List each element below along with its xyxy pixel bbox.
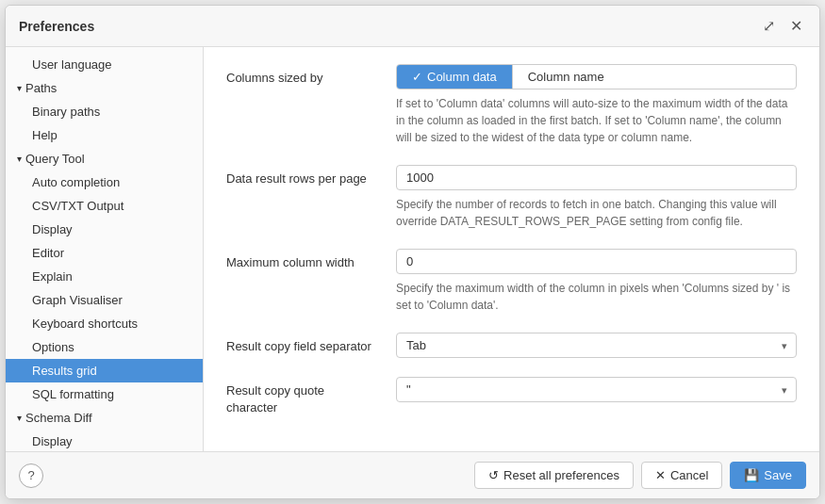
sidebar-item-csv-txt-output[interactable]: CSV/TXT Output — [6, 194, 203, 218]
sidebar-item-binary-paths[interactable]: Binary paths — [6, 100, 203, 123]
close-button[interactable]: ✕ — [786, 15, 806, 37]
column-data-button[interactable]: ✓ Column data — [397, 65, 513, 89]
sidebar-group-schema-diff[interactable]: ▾Schema Diff — [6, 406, 203, 430]
sidebar-item-display[interactable]: Display — [6, 218, 203, 241]
dialog-header: Preferences ⤢ ✕ — [6, 6, 819, 47]
check-icon: ✓ — [412, 70, 422, 84]
sidebar-item-auto-completion[interactable]: Auto completion — [6, 171, 203, 194]
chevron-down-icon: ▾ — [17, 413, 22, 423]
dialog-footer: ? ↺ Reset all preferences ✕ Cancel 💾 Sav… — [6, 451, 819, 498]
sidebar-item-graph-visualiser[interactable]: Graph Visualiser — [6, 288, 203, 312]
reset-button[interactable]: ↺ Reset all preferences — [474, 462, 634, 489]
columns-sized-by-row: Columns sized by ✓ Column data Column na… — [226, 64, 797, 146]
sidebar-group-query-tool[interactable]: ▾Query Tool — [6, 147, 203, 171]
sidebar-group-label: Query Tool — [25, 152, 85, 166]
data-result-rows-description: Specify the number of records to fetch i… — [396, 196, 797, 230]
help-button[interactable]: ? — [19, 463, 43, 488]
max-column-width-label: Maximum column width — [226, 249, 377, 271]
sidebar: User language▾PathsBinary pathsHelp▾Quer… — [6, 47, 204, 451]
chevron-down-icon: ▾ — [17, 154, 22, 164]
data-result-rows-label: Data result rows per page — [226, 165, 377, 187]
main-content: Columns sized by ✓ Column data Column na… — [204, 47, 819, 451]
preferences-dialog: Preferences ⤢ ✕ User language▾PathsBinar… — [5, 5, 820, 499]
cancel-label: Cancel — [670, 468, 708, 482]
save-icon: 💾 — [744, 468, 759, 482]
result-copy-quote-char-wrapper: " ' ` ▾ — [396, 377, 797, 402]
footer-left: ? — [19, 463, 43, 488]
result-copy-field-separator-row: Result copy field separator Tab Comma Sp… — [226, 333, 797, 358]
sidebar-item-sql-formatting[interactable]: SQL formatting — [6, 382, 203, 406]
columns-sized-by-label: Columns sized by — [226, 64, 377, 87]
dialog-title: Preferences — [19, 19, 94, 34]
result-copy-quote-char-row: Result copy quote character " ' ` ▾ — [226, 377, 797, 416]
chevron-down-icon: ▾ — [17, 83, 22, 93]
sidebar-group-paths[interactable]: ▾Paths — [6, 76, 203, 100]
sidebar-group-label: Paths — [25, 81, 57, 95]
data-result-rows-control: Specify the number of records to fetch i… — [396, 165, 797, 230]
reset-icon: ↺ — [488, 468, 499, 482]
reset-label: Reset all preferences — [503, 468, 619, 482]
sidebar-item-results-grid[interactable]: Results grid — [6, 359, 203, 382]
save-button[interactable]: 💾 Save — [730, 462, 806, 489]
sidebar-item-explain[interactable]: Explain — [6, 265, 203, 288]
sidebar-group-label: Schema Diff — [25, 411, 92, 425]
save-label: Save — [764, 468, 792, 482]
footer-right: ↺ Reset all preferences ✕ Cancel 💾 Save — [474, 462, 806, 489]
columns-sized-by-group: ✓ Column data Column name — [396, 64, 797, 89]
sidebar-item-keyboard-shortcuts[interactable]: Keyboard shortcuts — [6, 312, 203, 335]
result-copy-field-separator-label: Result copy field separator — [226, 333, 377, 355]
result-copy-quote-char-select[interactable]: " ' ` — [396, 377, 797, 402]
columns-sized-by-description: If set to 'Column data' columns will aut… — [396, 95, 797, 146]
columns-sized-by-control: ✓ Column data Column name If set to 'Col… — [396, 64, 797, 146]
data-result-rows-input[interactable] — [396, 165, 797, 190]
header-actions: ⤢ ✕ — [759, 15, 806, 37]
cancel-button[interactable]: ✕ Cancel — [641, 462, 722, 489]
data-result-rows-row: Data result rows per page Specify the nu… — [226, 165, 797, 230]
result-copy-field-separator-select[interactable]: Tab Comma Space Semicolon — [396, 333, 797, 358]
sidebar-item-editor[interactable]: Editor — [6, 241, 203, 265]
max-column-width-input[interactable] — [396, 249, 797, 274]
max-column-width-row: Maximum column width Specify the maximum… — [226, 249, 797, 314]
sidebar-item-options[interactable]: Options — [6, 335, 203, 359]
sidebar-item-help[interactable]: Help — [6, 123, 203, 147]
dialog-body: User language▾PathsBinary pathsHelp▾Quer… — [6, 47, 819, 451]
sidebar-item-user-language[interactable]: User language — [6, 53, 203, 76]
sidebar-item-schema-diff-display[interactable]: Display — [6, 430, 203, 451]
result-copy-field-separator-wrapper: Tab Comma Space Semicolon ▾ — [396, 333, 797, 358]
expand-button[interactable]: ⤢ — [759, 15, 779, 37]
max-column-width-control: Specify the maximum width of the column … — [396, 249, 797, 314]
result-copy-quote-char-control: " ' ` ▾ — [396, 377, 797, 402]
result-copy-field-separator-control: Tab Comma Space Semicolon ▾ — [396, 333, 797, 358]
column-name-button[interactable]: Column name — [513, 65, 619, 89]
result-copy-quote-char-label: Result copy quote character — [226, 377, 377, 416]
max-column-width-description: Specify the maximum width of the column … — [396, 280, 797, 314]
cancel-icon: ✕ — [655, 468, 666, 482]
